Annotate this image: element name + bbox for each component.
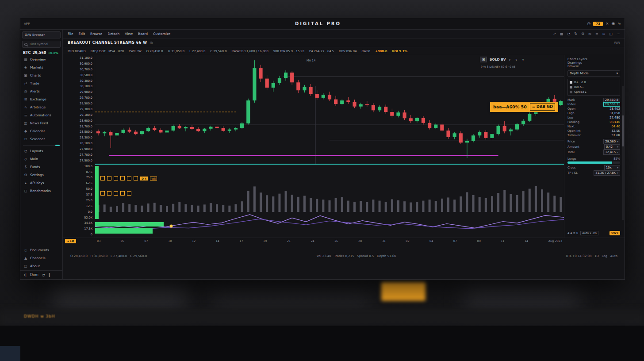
history-icon[interactable]: ◔ [567, 32, 570, 36]
menu-item-browse[interactable]: Browse [90, 32, 102, 36]
sidebar-item-alerts[interactable]: ◷Alerts [20, 88, 62, 96]
indicator-chip[interactable] [107, 176, 111, 180]
time-label[interactable]: 11 [501, 239, 504, 243]
time-label[interactable]: 14 [216, 239, 219, 243]
notifications-icon[interactable]: ◉ [612, 22, 615, 26]
sidebar-item-channels[interactable]: ▲Channels [20, 254, 62, 262]
legend-item[interactable]: B+ · Δ 0 [570, 81, 618, 84]
time-label[interactable]: 26 [334, 239, 338, 243]
sidebar-tab[interactable]: G/W Browser [22, 31, 61, 38]
indicator-chip[interactable] [120, 176, 125, 180]
time-label[interactable]: 24 [310, 239, 314, 243]
time-label[interactable]: 03 [97, 239, 100, 243]
sidebar-item-documents[interactable]: ◌Documents [20, 246, 62, 254]
sidebar-item-benchmarks[interactable]: ◻Benchmarks [20, 187, 62, 195]
menu-item-view[interactable]: View [125, 32, 133, 36]
time-label[interactable]: 07 [144, 239, 148, 243]
sidebar-footer-item-0[interactable]: ›| [24, 273, 27, 277]
menu-item-edit[interactable]: Edit [79, 32, 85, 36]
time-label[interactable]: Aug 2023 [548, 239, 562, 243]
time-label[interactable]: 09 [477, 239, 481, 243]
time-label[interactable]: 28 [358, 239, 362, 243]
settings-icon[interactable]: ⚙ [581, 32, 584, 36]
indicator-chip[interactable] [127, 176, 131, 180]
sidebar-item-main[interactable]: ◇Main [20, 155, 62, 163]
gauge-bar[interactable] [567, 161, 620, 164]
sidebar-item-calendar[interactable]: ◆Calendar [20, 127, 62, 135]
candlestick-chart[interactable] [95, 55, 564, 238]
indicator-chip[interactable] [127, 191, 131, 196]
stepper-icon[interactable]: ▾ [617, 150, 618, 154]
live-badge[interactable]: 73 [593, 22, 603, 26]
divider-toggle[interactable] [55, 145, 60, 146]
time-axis-labels[interactable]: 03050710121417192124262831020407091114Au… [95, 239, 564, 243]
time-label[interactable]: 31 [382, 239, 386, 243]
sidebar-footer-item-1[interactable]: Dom [30, 273, 38, 277]
scrollbar[interactable] [622, 86, 624, 220]
sidebar-item-api-keys[interactable]: ▴API Keys [20, 179, 62, 187]
amount-field[interactable]: 0.42▾ [604, 144, 620, 150]
legend-item[interactable]: Spread ▸ [570, 90, 618, 94]
layout-grid-icon[interactable]: ▦ [560, 32, 564, 36]
cross-select[interactable]: 10x▾ [604, 165, 620, 170]
indicator-tag[interactable]: W8 [150, 177, 157, 180]
menu-item-file[interactable]: File [68, 32, 73, 36]
time-label[interactable]: 02 [406, 239, 409, 243]
time-label[interactable]: 17 [239, 239, 243, 243]
stepper-icon[interactable]: ▾ [617, 140, 618, 143]
sidebar-item-screener[interactable]: ⊟Screener [20, 135, 62, 143]
sidebar-item-about[interactable]: ▢About [20, 262, 62, 270]
close-icon[interactable]: × [606, 22, 609, 26]
scrollbar-thumb[interactable] [622, 115, 624, 146]
sidebar-footer-item-2[interactable]: ◔ [42, 273, 45, 277]
indicator-chip[interactable] [120, 191, 125, 196]
sidebar-item-arbitrage[interactable]: ∿Arbitrage [20, 104, 62, 111]
chevron-down-icon[interactable]: ∨ [515, 58, 518, 61]
depth-mode-select[interactable]: Depth Mode ▾ [567, 70, 620, 77]
list-icon[interactable]: ≡ [595, 32, 598, 36]
add-panel-icon[interactable]: ⊞ [602, 32, 606, 36]
sidebar-item-trade[interactable]: ⇄Trade [20, 80, 62, 88]
time-label[interactable]: 04 [429, 239, 433, 243]
chevron-down-icon[interactable]: ∨ [522, 58, 524, 61]
price-alert-callout[interactable]: baa—A60% 50 ≡ DAB GD [490, 102, 558, 112]
timeframe-badge[interactable]: ◂ 1D [65, 239, 76, 243]
time-label[interactable]: 07 [453, 239, 457, 243]
more-icon[interactable]: ⋯ [617, 32, 620, 36]
price-scale[interactable]: 31,100.030,900.030,700.030,500.030,300.0… [63, 55, 95, 238]
sidebar-item-overview[interactable]: ▦Overview [20, 56, 62, 64]
search-input[interactable] [29, 42, 58, 46]
clock-icon[interactable]: ◷ [587, 22, 590, 26]
menu-item-detach[interactable]: Detach [107, 32, 119, 36]
indicator-chip[interactable] [107, 191, 111, 196]
indicator-chip[interactable] [100, 191, 105, 196]
time-label[interactable]: 12 [192, 239, 196, 243]
signal-icon[interactable]: ∿ [617, 22, 621, 26]
indicator-chip[interactable] [100, 176, 105, 180]
sidebar-item-layouts[interactable]: ◔Layouts [20, 147, 62, 155]
stepper-icon[interactable]: ▾ [617, 145, 618, 149]
tp-sl-select[interactable]: 31.2K / 27.8K▾ [594, 170, 620, 176]
time-label[interactable]: 21 [287, 239, 291, 243]
sidebar-item-news-feed[interactable]: ◫News Feed [20, 119, 62, 127]
split-view-icon[interactable]: ◫ [609, 32, 613, 36]
legend-item[interactable]: Bid Δ− [570, 85, 618, 89]
sidebar-footer-item-3[interactable]: ‖ [49, 273, 50, 277]
sidebar-item-settings[interactable]: ⚙Settings [20, 171, 62, 179]
chart-plot[interactable]: MA 14 ⊠ SOLD BV ∨∨∨ 9 W 8 DEXNEY 50-6 · … [95, 55, 564, 238]
indicator-chip[interactable] [114, 176, 118, 180]
total-field[interactable]: 12,415▾ [603, 150, 620, 155]
time-label[interactable]: 05 [121, 239, 124, 243]
indicator-chip[interactable] [114, 191, 118, 196]
time-label[interactable]: 10 [168, 239, 172, 243]
indicator-badge[interactable]: D 4 [140, 177, 148, 180]
stream-info-icon[interactable]: ◎ [150, 41, 153, 45]
sidebar-item-automations[interactable]: ☰Automations [20, 111, 62, 119]
chevron-down-icon[interactable]: ∨ [509, 58, 511, 61]
indicator-chip[interactable] [134, 176, 138, 180]
status-badge[interactable]: 5W9 [610, 231, 620, 235]
footer-mid-select[interactable]: Auto ▾ 3m [580, 231, 598, 235]
menu-item-customize[interactable]: Customize [153, 32, 170, 36]
price-field[interactable]: 29,560▾ [603, 139, 620, 144]
share-icon[interactable]: ↗ [553, 32, 556, 36]
